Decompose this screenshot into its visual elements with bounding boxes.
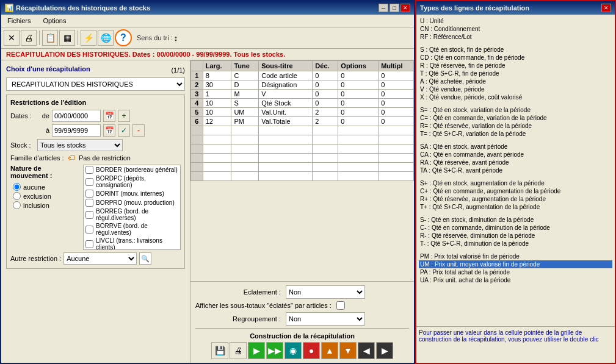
radio-inclusion-input[interactable] bbox=[13, 201, 21, 209]
cell-multipl[interactable]: 0 bbox=[379, 71, 414, 80]
radio-aucune[interactable]: aucune bbox=[13, 183, 81, 191]
cell-type[interactable]: M bbox=[231, 90, 259, 99]
cell-sous-titre[interactable]: V bbox=[259, 90, 313, 99]
cb-bordpc[interactable] bbox=[85, 178, 93, 186]
menu-fichiers[interactable]: Fichiers bbox=[4, 16, 35, 26]
type-line-cd[interactable]: CD : Qté en commande, fin de période bbox=[419, 54, 612, 62]
build-up-button[interactable]: ▲ bbox=[321, 342, 338, 359]
table-row-empty[interactable] bbox=[191, 154, 414, 163]
type-line-ra[interactable]: RA : Qté réservée, avant période bbox=[419, 159, 612, 166]
regroupement-dropdown[interactable]: Non bbox=[286, 312, 365, 326]
radio-exclusion[interactable]: exclusion bbox=[13, 192, 81, 200]
cell-dec[interactable]: 2 bbox=[313, 117, 338, 126]
cell-multipl[interactable]: 0 bbox=[379, 117, 414, 126]
cb-borint[interactable] bbox=[85, 190, 93, 198]
date-a-input[interactable] bbox=[52, 124, 101, 137]
delete-button[interactable]: ✕ bbox=[4, 30, 20, 46]
type-line-r[interactable]: R : Qté réservée, fin de période bbox=[419, 62, 612, 70]
cell-larg[interactable]: 30 bbox=[203, 80, 231, 90]
maximize-button[interactable]: □ bbox=[390, 4, 399, 12]
table-row[interactable]: 6 12 PM Val.Totale 2 0 0 bbox=[191, 117, 414, 126]
type-line-r[interactable]: R= : Qté réservée, variation de la pério… bbox=[419, 122, 612, 130]
cell-type[interactable]: S bbox=[231, 99, 259, 108]
table-row-empty[interactable] bbox=[191, 163, 414, 172]
type-line-ta[interactable]: TA : Qté S+C-R, avant période bbox=[419, 166, 612, 174]
date-de-input[interactable] bbox=[52, 110, 101, 122]
cell-multipl[interactable]: 0 bbox=[379, 90, 414, 99]
eclatement-dropdown[interactable]: Non bbox=[286, 285, 365, 299]
build-right-button[interactable]: ▶ bbox=[376, 342, 393, 359]
help-button[interactable]: ? bbox=[115, 29, 132, 46]
cell-type[interactable]: D bbox=[231, 80, 259, 90]
cell-multipl[interactable]: 0 bbox=[379, 108, 414, 117]
type-line-r[interactable]: R+ : Qté réservée, augmentation de la pé… bbox=[419, 195, 612, 203]
print-button[interactable]: 🖨 bbox=[21, 30, 37, 46]
type-line-pm[interactable]: PM : Prix total valorisé fin de période bbox=[419, 252, 612, 260]
cell-multipl[interactable]: 0 bbox=[379, 99, 414, 108]
type-line-pa[interactable]: PA : Prix total achat de la période bbox=[419, 268, 612, 276]
table-row[interactable]: 4 10 S Qté Stock 0 0 0 bbox=[191, 99, 414, 108]
build-print-button[interactable]: 🖨 bbox=[230, 342, 247, 359]
autre-restriction-dropdown[interactable]: Aucune bbox=[63, 252, 137, 265]
cell-type[interactable]: UM bbox=[231, 108, 259, 117]
build-red-button[interactable]: ● bbox=[303, 342, 320, 359]
type-line-um[interactable]: UM : Prix unit. moyen valorisé fin de pé… bbox=[419, 260, 612, 268]
cell-larg[interactable]: 12 bbox=[203, 117, 231, 126]
type-line-a[interactable]: A : Qté achetée, période bbox=[419, 77, 612, 85]
autre-search-button[interactable]: 🔍 bbox=[139, 252, 151, 265]
table-row-empty[interactable] bbox=[191, 145, 414, 154]
close-button[interactable]: ✕ bbox=[400, 4, 410, 12]
cell-larg[interactable]: 1 bbox=[203, 90, 231, 99]
type-line-s[interactable]: S- : Qté en stock, diminution de la péri… bbox=[419, 216, 612, 224]
type-line-rf[interactable]: RF : Référence/Lot bbox=[419, 33, 612, 41]
cell-sous-titre[interactable]: Val.Unit. bbox=[259, 108, 313, 117]
cb-border[interactable] bbox=[85, 166, 93, 174]
table-row-empty[interactable] bbox=[191, 135, 414, 145]
checkbox-livcli[interactable]: LIVCLI (trans.: livraisons clients) bbox=[84, 237, 180, 250]
cell-options[interactable]: 0 bbox=[338, 108, 379, 117]
checkbox-borrve[interactable]: BORRVE (bord. de régul.ventes) bbox=[84, 222, 180, 237]
cell-sous-titre[interactable]: Val.Totale bbox=[259, 117, 313, 126]
table-row[interactable]: 5 10 UM Val.Unit. 2 0 0 bbox=[191, 108, 414, 117]
checkbox-borreg[interactable]: BORREG (bord. de régul.diverses) bbox=[84, 207, 180, 222]
types-close-button[interactable]: ✕ bbox=[601, 4, 611, 12]
stock-dropdown[interactable]: Tous les stocks bbox=[37, 139, 123, 151]
type-line-c[interactable]: C+ : Qté en commande, augmentation de la… bbox=[419, 187, 612, 195]
type-line-c[interactable]: C= : Qté en commande, variation de la pé… bbox=[419, 114, 612, 122]
type-line-t[interactable]: T- : Qté S+C-R, diminution de la période bbox=[419, 240, 612, 248]
cell-sous-titre[interactable]: Désignation bbox=[259, 80, 313, 90]
type-line-sa[interactable]: SA : Qté en stock, avant période bbox=[419, 143, 612, 151]
table-row[interactable]: 1 8 C Code article 0 0 0 bbox=[191, 71, 414, 80]
copy-button[interactable]: 📋 bbox=[42, 30, 58, 46]
cell-sous-titre[interactable]: Qté Stock bbox=[259, 99, 313, 108]
cb-borreg[interactable] bbox=[85, 211, 93, 219]
calendar-de-button[interactable]: 📅 bbox=[103, 110, 115, 122]
type-line-c[interactable]: C- : Qté en commande, diminution de la p… bbox=[419, 224, 612, 232]
type-line-cn[interactable]: CN : Conditionnement bbox=[419, 25, 612, 33]
type-line-s[interactable]: S+ : Qté en stock, augmentation de la pé… bbox=[419, 179, 612, 187]
cb-borrve[interactable] bbox=[85, 226, 93, 234]
build-save-button[interactable]: 💾 bbox=[211, 342, 228, 359]
plus-de-button[interactable]: + bbox=[118, 110, 130, 122]
cell-options[interactable]: 0 bbox=[338, 117, 379, 126]
cb-livcli[interactable] bbox=[85, 240, 93, 248]
cell-options[interactable]: 0 bbox=[338, 71, 379, 80]
minimize-button[interactable]: ─ bbox=[379, 4, 388, 12]
type-line-t[interactable]: T : Qté S+C-R, fin de période bbox=[419, 70, 612, 77]
radio-inclusion[interactable]: inclusion bbox=[13, 201, 81, 209]
checkbox-bordpc[interactable]: BORDPC (dépôts, consignation) bbox=[84, 174, 180, 189]
table-row[interactable]: 2 30 D Désignation 0 0 0 bbox=[191, 80, 414, 90]
cell-multipl[interactable]: 0 bbox=[379, 80, 414, 90]
build-green2-button[interactable]: ▶▶ bbox=[266, 342, 283, 359]
radio-aucune-input[interactable] bbox=[13, 183, 21, 191]
calendar-a-button[interactable]: 📅 bbox=[103, 124, 115, 137]
checkbox-borpro[interactable]: BORPRO (mouv. production) bbox=[84, 198, 180, 207]
type-line-ca[interactable]: CA : Qté en commande, avant période bbox=[419, 151, 612, 159]
cell-type[interactable]: PM bbox=[231, 117, 259, 126]
cell-dec[interactable]: 0 bbox=[313, 90, 338, 99]
cell-larg[interactable]: 10 bbox=[203, 99, 231, 108]
cell-dec[interactable]: 0 bbox=[313, 99, 338, 108]
afficher-checkbox[interactable] bbox=[336, 301, 345, 310]
cell-larg[interactable]: 8 bbox=[203, 71, 231, 80]
build-left-button[interactable]: ◀ bbox=[358, 342, 375, 359]
